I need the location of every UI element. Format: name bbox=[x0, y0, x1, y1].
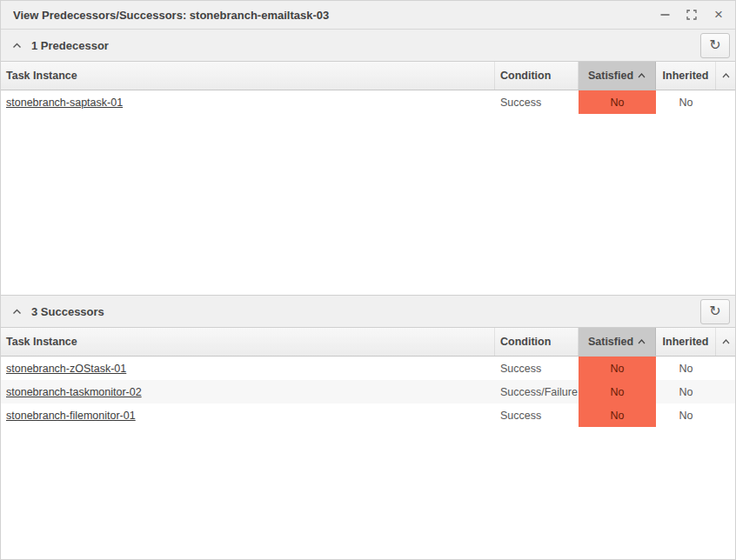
column-header-inherited[interactable]: Inherited bbox=[656, 62, 716, 90]
row-spacer bbox=[716, 380, 735, 403]
column-header-task-instance[interactable]: Task Instance bbox=[1, 62, 495, 90]
predecessors-panel: 1 Predecessor ↻ Task Instance Condition … bbox=[1, 30, 735, 295]
table-row[interactable]: stonebranch-taskmonitor-02 Success/Failu… bbox=[1, 380, 735, 403]
window-controls: × bbox=[659, 9, 725, 21]
satisfied-cell: No bbox=[579, 380, 656, 403]
corner-sort-button[interactable] bbox=[716, 62, 735, 90]
task-instance-cell: stonebranch-taskmonitor-02 bbox=[1, 380, 495, 403]
refresh-button[interactable]: ↻ bbox=[700, 299, 730, 324]
task-instance-link[interactable]: stonebranch-filemonitor-01 bbox=[6, 410, 136, 422]
predecessors-grid: Task Instance Condition Satisfied Inheri… bbox=[1, 62, 735, 295]
task-instance-cell: stonebranch-zOStask-01 bbox=[1, 357, 495, 380]
refresh-icon: ↻ bbox=[709, 38, 720, 52]
predecessors-section-header[interactable]: 1 Predecessor ↻ bbox=[1, 30, 735, 62]
column-header-condition[interactable]: Condition bbox=[495, 328, 579, 356]
column-header-satisfied[interactable]: Satisfied bbox=[579, 328, 656, 356]
row-spacer bbox=[716, 357, 735, 380]
successors-grid: Task Instance Condition Satisfied Inheri… bbox=[1, 328, 735, 559]
row-spacer bbox=[716, 90, 735, 114]
condition-cell: Success bbox=[495, 357, 579, 380]
refresh-icon: ↻ bbox=[709, 304, 720, 318]
collapse-icon[interactable] bbox=[12, 309, 22, 315]
collapse-icon[interactable] bbox=[12, 43, 22, 49]
grid-body: stonebranch-saptask-01 Success No No bbox=[1, 90, 735, 295]
task-instance-link[interactable]: stonebranch-saptask-01 bbox=[6, 97, 123, 109]
task-instance-cell: stonebranch-saptask-01 bbox=[1, 90, 495, 114]
maximize-icon bbox=[686, 10, 697, 20]
refresh-button[interactable]: ↻ bbox=[700, 33, 730, 58]
minimize-button[interactable] bbox=[659, 9, 671, 21]
successors-panel: 3 Successors ↻ Task Instance Condition S… bbox=[1, 295, 735, 559]
task-instance-link[interactable]: stonebranch-taskmonitor-02 bbox=[6, 386, 142, 398]
sort-ascending-icon bbox=[638, 339, 646, 344]
satisfied-cell: No bbox=[579, 403, 656, 427]
table-row[interactable]: stonebranch-filemonitor-01 Success No No bbox=[1, 403, 735, 427]
condition-cell: Success bbox=[495, 90, 579, 114]
satisfied-cell: No bbox=[579, 90, 656, 114]
inherited-cell: No bbox=[656, 90, 716, 114]
dialog-window: View Predecessors/Successors: stonebranc… bbox=[0, 0, 736, 560]
condition-cell: Success/Failure bbox=[495, 380, 579, 403]
maximize-button[interactable] bbox=[686, 9, 698, 21]
table-row[interactable]: stonebranch-zOStask-01 Success No No bbox=[1, 357, 735, 380]
close-button[interactable]: × bbox=[713, 9, 725, 21]
section-title: 1 Predecessor bbox=[31, 39, 109, 52]
column-header-condition[interactable]: Condition bbox=[495, 62, 579, 90]
satisfied-cell: No bbox=[579, 357, 656, 380]
sort-ascending-icon bbox=[638, 73, 646, 78]
table-row[interactable]: stonebranch-saptask-01 Success No No bbox=[1, 90, 735, 114]
column-header-satisfied[interactable]: Satisfied bbox=[579, 62, 656, 90]
column-header-inherited[interactable]: Inherited bbox=[656, 328, 716, 356]
inherited-cell: No bbox=[656, 403, 716, 427]
task-instance-link[interactable]: stonebranch-zOStask-01 bbox=[6, 363, 126, 375]
condition-cell: Success bbox=[495, 403, 579, 427]
close-icon: × bbox=[714, 10, 723, 20]
column-header-task-instance[interactable]: Task Instance bbox=[1, 328, 495, 356]
corner-sort-button[interactable] bbox=[716, 328, 735, 356]
row-spacer bbox=[716, 403, 735, 427]
grid-body: stonebranch-zOStask-01 Success No No sto… bbox=[1, 357, 735, 559]
inherited-cell: No bbox=[656, 357, 716, 380]
successors-section-header[interactable]: 3 Successors ↻ bbox=[1, 296, 735, 328]
corner-sort-icon bbox=[722, 73, 730, 78]
corner-sort-icon bbox=[722, 339, 730, 344]
column-header-satisfied-label: Satisfied bbox=[588, 336, 633, 348]
minimize-icon bbox=[660, 10, 670, 20]
column-header-satisfied-label: Satisfied bbox=[588, 70, 633, 82]
dialog-title: View Predecessors/Successors: stonebranc… bbox=[13, 9, 659, 22]
grid-header: Task Instance Condition Satisfied Inheri… bbox=[1, 328, 735, 357]
task-instance-cell: stonebranch-filemonitor-01 bbox=[1, 403, 495, 427]
inherited-cell: No bbox=[656, 380, 716, 403]
grid-header: Task Instance Condition Satisfied Inheri… bbox=[1, 62, 735, 90]
titlebar: View Predecessors/Successors: stonebranc… bbox=[1, 1, 735, 30]
section-title: 3 Successors bbox=[31, 305, 104, 318]
